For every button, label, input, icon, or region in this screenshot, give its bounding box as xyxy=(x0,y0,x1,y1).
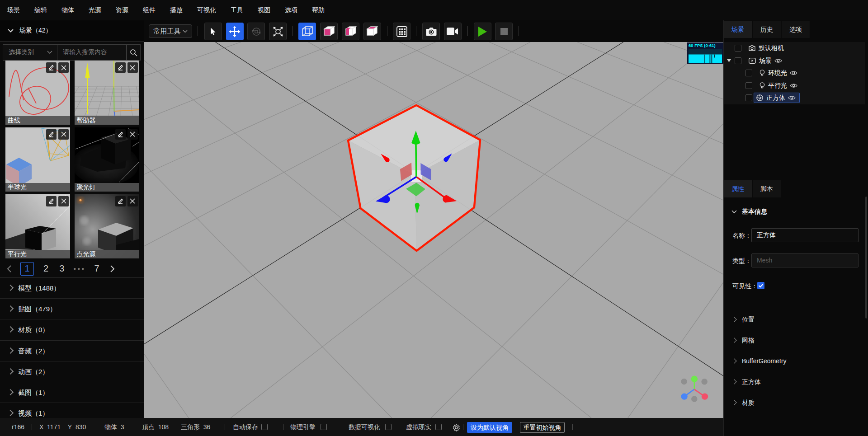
svg-text:60 FPS (0-61): 60 FPS (0-61) xyxy=(689,43,716,48)
